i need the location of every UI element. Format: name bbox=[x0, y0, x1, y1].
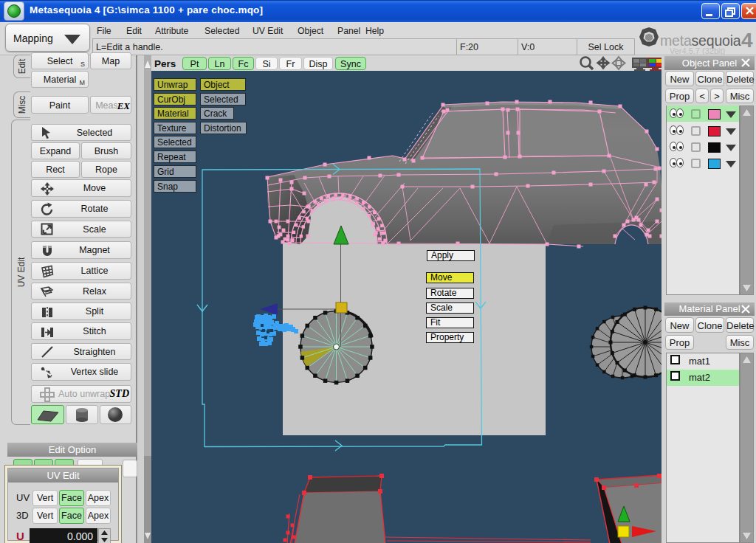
svg-text:Ver4.5.7 (32bit): Ver4.5.7 (32bit) bbox=[670, 46, 725, 55]
svg-text:4: 4 bbox=[741, 29, 753, 52]
